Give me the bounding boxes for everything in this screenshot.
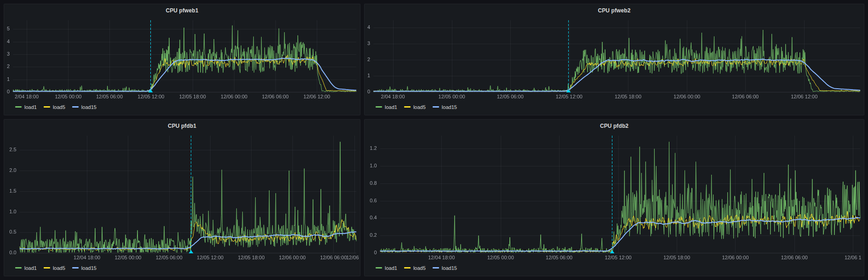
series-color-swatch bbox=[44, 106, 50, 108]
series-color-swatch bbox=[15, 267, 22, 269]
legend-label: load5 bbox=[413, 104, 426, 110]
legend-item-load5[interactable]: load5 bbox=[404, 104, 426, 110]
timeseries-chart[interactable] bbox=[4, 132, 360, 262]
series-color-swatch bbox=[404, 267, 411, 269]
legend: load1 load5 load15 bbox=[365, 101, 864, 115]
series-color-swatch bbox=[433, 267, 439, 269]
chart-area bbox=[365, 17, 864, 101]
panel-cpu-pfdb1: CPU pfdb1 load1 load5 load15 bbox=[4, 119, 360, 276]
series-color-swatch bbox=[72, 267, 79, 269]
series-color-swatch bbox=[15, 106, 22, 108]
chart-area bbox=[4, 17, 360, 101]
legend-label: load5 bbox=[413, 265, 426, 271]
panel-title[interactable]: CPU pfweb1 bbox=[166, 7, 198, 14]
legend-item-load5[interactable]: load5 bbox=[44, 104, 65, 110]
chart-area bbox=[365, 132, 864, 262]
legend: load1 load5 load15 bbox=[4, 262, 360, 276]
legend-item-load1[interactable]: load1 bbox=[376, 104, 397, 110]
panel-cpu-pfweb1: CPU pfweb1 load1 load5 load15 bbox=[4, 4, 360, 115]
series-color-swatch bbox=[376, 106, 382, 108]
legend: load1 load5 load15 bbox=[365, 262, 864, 276]
panel-header[interactable]: CPU pfweb2 bbox=[365, 4, 864, 17]
legend-item-load15[interactable]: load15 bbox=[72, 104, 97, 110]
legend-item-load5[interactable]: load5 bbox=[404, 265, 426, 271]
series-color-swatch bbox=[72, 106, 79, 108]
legend-label: load5 bbox=[53, 104, 65, 110]
series-color-swatch bbox=[376, 267, 382, 269]
panel-title[interactable]: CPU pfdb1 bbox=[168, 123, 196, 129]
panel-header[interactable]: CPU pfweb1 bbox=[4, 4, 360, 17]
legend-label: load1 bbox=[24, 104, 37, 110]
legend-label: load1 bbox=[24, 265, 37, 271]
series-color-swatch bbox=[433, 106, 439, 108]
series-color-swatch bbox=[44, 267, 50, 269]
legend-item-load15[interactable]: load15 bbox=[433, 265, 457, 271]
panel-title[interactable]: CPU pfdb2 bbox=[600, 123, 628, 129]
legend-item-load15[interactable]: load15 bbox=[433, 104, 457, 110]
legend-label: load15 bbox=[442, 265, 457, 271]
timeseries-chart[interactable] bbox=[365, 17, 864, 101]
legend-label: load15 bbox=[81, 104, 97, 110]
grafana-dashboard: CPU pfweb1 load1 load5 load15 CPU pfweb2 bbox=[0, 0, 868, 280]
legend-label: load5 bbox=[53, 265, 65, 271]
legend: load1 load5 load15 bbox=[4, 101, 360, 115]
timeseries-chart[interactable] bbox=[4, 17, 360, 101]
legend-label: load15 bbox=[442, 104, 457, 110]
chart-area bbox=[4, 132, 360, 262]
legend-item-load1[interactable]: load1 bbox=[15, 265, 37, 271]
panel-title[interactable]: CPU pfweb2 bbox=[598, 7, 630, 14]
series-color-swatch bbox=[404, 106, 411, 108]
legend-item-load15[interactable]: load15 bbox=[72, 265, 97, 271]
panel-cpu-pfdb2: CPU pfdb2 load1 load5 load15 bbox=[364, 119, 864, 276]
timeseries-chart[interactable] bbox=[365, 132, 864, 262]
legend-label: load1 bbox=[385, 104, 397, 110]
legend-item-load1[interactable]: load1 bbox=[15, 104, 37, 110]
panel-cpu-pfweb2: CPU pfweb2 load1 load5 load15 bbox=[364, 4, 864, 115]
legend-item-load1[interactable]: load1 bbox=[376, 265, 397, 271]
legend-label: load15 bbox=[81, 265, 97, 271]
panel-header[interactable]: CPU pfdb2 bbox=[365, 120, 864, 132]
legend-label: load1 bbox=[385, 265, 397, 271]
panel-header[interactable]: CPU pfdb1 bbox=[4, 120, 360, 132]
legend-item-load5[interactable]: load5 bbox=[44, 265, 65, 271]
